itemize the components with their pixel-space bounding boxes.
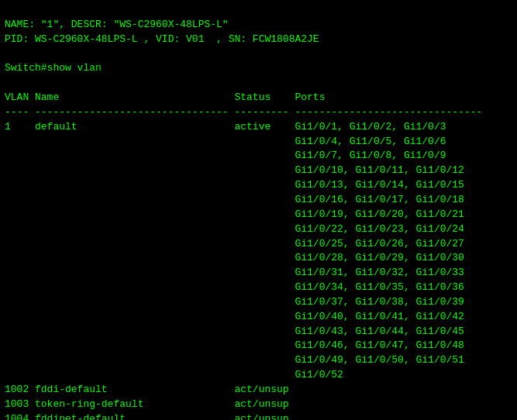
terminal-line-1: PID: WS-C2960X-48LPS-L , VID: V01 , SN: … — [5, 33, 512, 47]
terminal-line-27: 1004 fddinet-default act/unsup — [5, 412, 512, 420]
terminal-line-23: Gi1/0/49, Gi1/0/50, Gi1/0/51 — [5, 353, 512, 368]
terminal-line-14: Gi1/0/22, Gi1/0/23, Gi1/0/24 — [5, 222, 512, 237]
terminal-line-26: 1003 token-ring-default act/unsup — [5, 398, 512, 412]
terminal-line-4 — [5, 76, 512, 91]
terminal-window: NAME: "1", DESCR: "WS-C2960X-48LPS-L"PID… — [5, 3, 512, 417]
terminal-line-8: Gi1/0/4, Gi1/0/5, Gi1/0/6 — [5, 135, 512, 150]
terminal-line-16: Gi1/0/28, Gi1/0/29, Gi1/0/30 — [5, 251, 512, 266]
terminal-line-12: Gi1/0/16, Gi1/0/17, Gi1/0/18 — [5, 193, 512, 208]
terminal-line-10: Gi1/0/10, Gi1/0/11, Gi1/0/12 — [5, 164, 512, 178]
terminal-line-17: Gi1/0/31, Gi1/0/32, Gi1/0/33 — [5, 266, 512, 281]
terminal-line-13: Gi1/0/19, Gi1/0/20, Gi1/0/21 — [5, 208, 512, 222]
terminal-line-18: Gi1/0/34, Gi1/0/35, Gi1/0/36 — [5, 281, 512, 295]
terminal-line-19: Gi1/0/37, Gi1/0/38, Gi1/0/39 — [5, 295, 512, 310]
terminal-line-5: VLAN Name Status Ports — [5, 91, 512, 105]
terminal-line-20: Gi1/0/40, Gi1/0/41, Gi1/0/42 — [5, 310, 512, 325]
terminal-line-25: 1002 fddi-default act/unsup — [5, 383, 512, 398]
terminal-line-3: Switch#show vlan — [5, 61, 512, 76]
terminal-line-7: 1 default active Gi1/0/1, Gi1/0/2, Gi1/0… — [5, 120, 512, 135]
terminal-line-11: Gi1/0/13, Gi1/0/14, Gi1/0/15 — [5, 178, 512, 193]
terminal-line-9: Gi1/0/7, Gi1/0/8, Gi1/0/9 — [5, 149, 512, 164]
terminal-line-21: Gi1/0/43, Gi1/0/44, Gi1/0/45 — [5, 325, 512, 339]
terminal-line-15: Gi1/0/25, Gi1/0/26, Gi1/0/27 — [5, 237, 512, 252]
terminal-line-2 — [5, 47, 512, 62]
terminal-line-22: Gi1/0/46, Gi1/0/47, Gi1/0/48 — [5, 339, 512, 353]
terminal-line-24: Gi1/0/52 — [5, 368, 512, 383]
terminal-line-6: ---- -------------------------------- --… — [5, 105, 512, 120]
terminal-line-0: NAME: "1", DESCR: "WS-C2960X-48LPS-L" — [5, 18, 512, 33]
